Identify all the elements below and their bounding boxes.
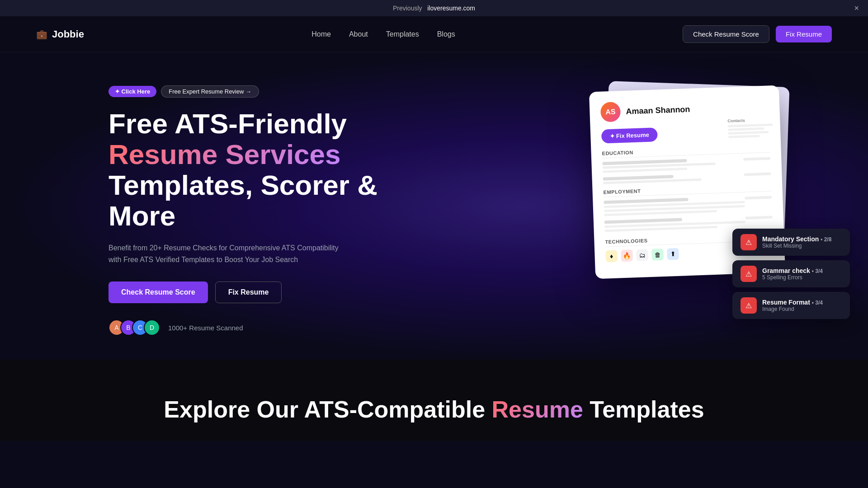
explore-title: Explore Our ATS-Compatible Resume Templa… [0, 396, 868, 423]
grammar-info: Grammar check • 3/4 5 Spelling Errors [762, 267, 823, 281]
badge-text[interactable]: Free Expert Resume Review → [161, 85, 259, 98]
logo[interactable]: 💼 Jobbie [36, 28, 84, 40]
tech-icon-3: 🗂 [636, 249, 648, 261]
announcement-link[interactable]: iloveresume.com [427, 5, 475, 12]
tech-icon-2: 🔥 [621, 249, 633, 262]
format-info: Resume Format • 3/4 Image Found [762, 299, 823, 312]
close-button[interactable]: × [854, 4, 859, 13]
badge-click[interactable]: ✦ Click Here [108, 86, 156, 97]
nav-blogs[interactable]: Blogs [437, 30, 455, 38]
grammar-score: • 3/4 [812, 268, 823, 274]
mandatory-title: Mandatory Section • 2/8 [762, 235, 831, 243]
nav-buttons: Check Resume Score Fix Resume [683, 25, 832, 43]
logo-icon: 💼 [36, 29, 47, 40]
hero-subtitle: Benefit from 20+ Resume Checks for Compr… [108, 242, 344, 265]
hero-title-line4: More [108, 200, 175, 231]
employment-label: Employment [603, 184, 771, 197]
mandatory-icon: ⚠ [741, 234, 757, 250]
explore-title-part1: Explore Our ATS-Compatible [164, 396, 485, 422]
mandatory-subtitle: Skill Set Missing [762, 243, 831, 249]
grammar-icon: ⚠ [741, 266, 757, 282]
mandatory-section-card: ⚠ Mandatory Section • 2/8 Skill Set Miss… [732, 229, 850, 256]
grammar-title: Grammar check • 3/4 [762, 267, 823, 274]
resume-employment: Employment [603, 184, 773, 234]
social-proof-text: 1000+ Resume Scanned [168, 324, 243, 332]
hero-visual: AS Amaan Shannon Contacts ✦ Fix Resume E… [579, 80, 841, 333]
hero-badge: ✦ Click Here Free Expert Resume Review → [108, 85, 259, 98]
explore-section: Explore Our ATS-Compatible Resume Templa… [0, 360, 868, 441]
format-icon: ⚠ [741, 297, 757, 314]
tech-icon-1: ♦ [605, 250, 618, 262]
hero-title-line2: Resume Services [108, 139, 341, 170]
resume-avatar: AS [600, 102, 621, 122]
resume-education: Education [602, 145, 771, 184]
explore-title-part2: Templates [590, 396, 704, 422]
hero-fix-resume-button[interactable]: Fix Resume [215, 282, 282, 303]
grammar-check-card: ⚠ Grammar check • 3/4 5 Spelling Errors [732, 260, 850, 287]
mandatory-info: Mandatory Section • 2/8 Skill Set Missin… [762, 235, 831, 249]
tech-icon-4: 🗑 [651, 249, 664, 261]
fix-resume-button[interactable]: Fix Resume [776, 26, 832, 42]
hero-buttons: Check Resume Score Fix Resume [108, 282, 380, 303]
resume-fix-button[interactable]: ✦ Fix Resume [601, 127, 658, 143]
resume-format-card: ⚠ Resume Format • 3/4 Image Found [732, 292, 850, 319]
announcement-text: Previously [393, 5, 422, 12]
announcement-bar: Previously iloveresume.com × [0, 0, 868, 16]
hero-title-line3: Templates, Scorer & [108, 169, 377, 201]
avatar-stack: A B C D [108, 319, 156, 336]
format-subtitle: Image Found [762, 306, 823, 312]
social-proof: A B C D 1000+ Resume Scanned [108, 319, 380, 336]
education-label: Education [602, 145, 770, 159]
nav-home[interactable]: Home [311, 30, 331, 38]
nav-about[interactable]: About [349, 30, 368, 38]
hero-title-line1: Free ATS-Friendly [108, 108, 347, 139]
navbar: 💼 Jobbie Home About Templates Blogs Chec… [0, 16, 868, 52]
mandatory-score: • 2/8 [821, 236, 831, 243]
check-cards: ⚠ Mandatory Section • 2/8 Skill Set Miss… [732, 229, 850, 319]
nav-links: Home About Templates Blogs [311, 30, 455, 38]
format-score: • 3/4 [812, 300, 823, 306]
hero-title: Free ATS-Friendly Resume Services Templa… [108, 108, 380, 232]
tech-icon-5: ⬆ [667, 248, 679, 260]
resume-name: Amaan Shannon [626, 104, 690, 116]
explore-highlight: Resume [492, 396, 583, 422]
avatar-4: D [144, 319, 160, 336]
format-title: Resume Format • 3/4 [762, 299, 823, 306]
resume-header: AS Amaan Shannon Contacts [600, 97, 769, 122]
grammar-subtitle: 5 Spelling Errors [762, 274, 823, 281]
hero-section: ✦ Click Here Free Expert Resume Review →… [0, 52, 868, 360]
hero-content: ✦ Click Here Free Expert Resume Review →… [108, 85, 380, 336]
nav-templates[interactable]: Templates [386, 30, 419, 38]
logo-text: Jobbie [52, 28, 84, 40]
resume-contacts: Contacts [727, 117, 774, 139]
hero-check-score-button[interactable]: Check Resume Score [108, 282, 208, 303]
check-resume-score-button[interactable]: Check Resume Score [683, 25, 769, 43]
